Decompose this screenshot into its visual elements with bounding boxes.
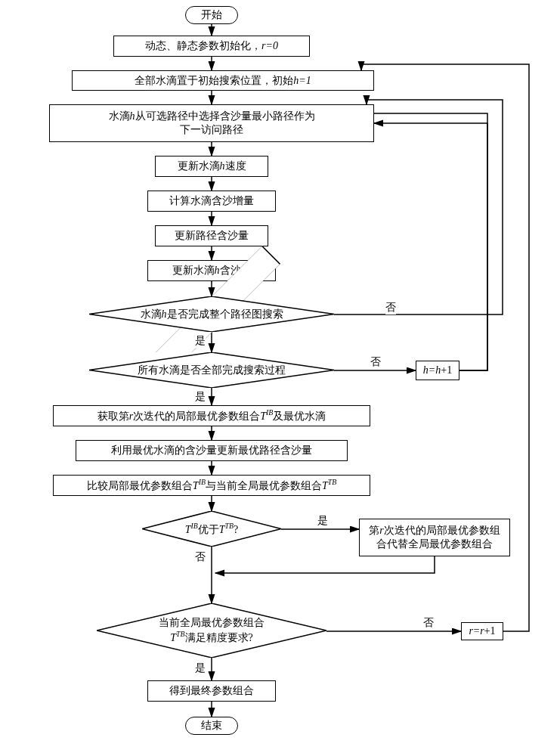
select-l3: 下一访问路径 <box>180 123 243 137</box>
d3-no: 否 <box>195 550 206 564</box>
d3-m: 优于 <box>198 523 219 534</box>
start-terminal: 开始 <box>185 6 238 24</box>
d2-no: 否 <box>370 355 381 369</box>
d3-tib: T <box>185 523 191 534</box>
cmp-tib: T <box>193 480 199 491</box>
d1-r: 是否完成整个路径图搜索 <box>167 308 283 320</box>
d1-yes: 是 <box>195 334 206 348</box>
cmp-tbsup: TB <box>328 478 336 486</box>
up-path-sand-text: 更新路径含沙量 <box>175 229 249 243</box>
decision-all-complete: 所有水滴是否全部完成搜索过程 <box>89 352 334 388</box>
rep-l3: 合代替全局最优参数组合 <box>376 538 493 551</box>
inc-r-l: r=r <box>469 625 484 637</box>
d4-no: 否 <box>423 616 434 630</box>
init-text: 动态、静态参数初始化， <box>145 40 261 51</box>
d2-label: 所有水滴是否全部完成搜索过程 <box>138 364 286 377</box>
place-box: 全部水滴置于初始搜索位置，初始h=1 <box>72 70 374 91</box>
start-label: 开始 <box>201 9 222 20</box>
gl-tib: T <box>260 411 266 422</box>
d3-ttb: T <box>219 523 225 534</box>
gl-m: 次迭代的局部最优参数组合 <box>133 411 260 422</box>
compare-box: 比较局部最优参数组合TIB与当前全局最优参数组合TTB <box>53 475 370 496</box>
gl-e: 及最优水滴 <box>273 411 326 422</box>
select-path-box: 水滴h从可选路径中选择含沙量最小路径作为 下一访问路径 <box>49 104 374 142</box>
update-best-path-box: 利用最优水滴的含沙量更新最优路径含沙量 <box>76 440 348 461</box>
d4-l2: 满足精度要求? <box>185 632 253 643</box>
d3-yes: 是 <box>317 514 328 528</box>
inc-h-r: +1 <box>441 364 452 376</box>
select-l1: 水滴 <box>109 110 130 122</box>
inc-h-l: h=h <box>423 364 441 376</box>
update-speed-box: 更新水滴h速度 <box>155 156 268 177</box>
inc-h-box: h=h+1 <box>416 361 459 380</box>
select-l2: 从可选路径中选择含沙量最小路径作为 <box>135 110 315 122</box>
upspd-r: 速度 <box>225 160 246 172</box>
final-box: 得到最终参数组合 <box>147 680 276 702</box>
place-text: 全部水滴置于初始搜索位置，初始 <box>135 75 293 86</box>
get-local-box: 获取第r次迭代的局部最优参数组合TIB及最优水滴 <box>53 405 370 426</box>
cmp-m: 与当前全局最优参数组合 <box>206 480 322 491</box>
cmp-l: 比较局部最优参数组合 <box>87 480 193 491</box>
upds-h: h <box>215 265 220 276</box>
d4-ttb: T <box>170 632 176 643</box>
d1-h: h <box>162 308 167 320</box>
place-h: h=1 <box>293 75 311 86</box>
d3-ibsup: IB <box>191 522 198 530</box>
calc-sand-box: 计算水滴含沙增量 <box>147 191 276 212</box>
decision-precision: 当前全局最优参数组合 TTB满足精度要求? <box>97 603 326 658</box>
d4-tbsup: TB <box>176 630 184 638</box>
rep-l2: 次迭代的局部最优参数组 <box>384 525 500 536</box>
cmp-ttb: T <box>322 480 328 491</box>
gl-l: 获取第 <box>97 411 129 422</box>
upspd-h: h <box>220 160 225 172</box>
cmp-ibsup: IB <box>199 478 206 486</box>
inc-r-r: +1 <box>484 625 496 637</box>
replace-box: 第r次迭代的局部最优参数组 合代替全局最优参数组合 <box>359 519 510 556</box>
upspd-l: 更新水滴 <box>178 160 220 172</box>
upds-l: 更新水滴 <box>172 265 215 276</box>
init-box: 动态、静态参数初始化，r=0 <box>113 36 310 57</box>
update-path-sand-box: 更新路径含沙量 <box>155 225 268 246</box>
d1-no: 否 <box>385 301 396 314</box>
ubp-text: 利用最优水滴的含沙量更新最优路径含沙量 <box>111 444 312 457</box>
decision-path-complete: 水滴h是否完成整个路径图搜索 <box>89 296 334 332</box>
d1-l: 水滴 <box>141 308 162 320</box>
end-label: 结束 <box>201 720 222 731</box>
inc-r-box: r=r+1 <box>461 622 503 640</box>
init-r: r=0 <box>261 40 278 51</box>
d3-q: ? <box>234 523 238 534</box>
gl-ibsup: IB <box>266 408 273 417</box>
d4-l1: 当前全局最优参数组合 <box>136 616 287 630</box>
d3-tbsup: TB <box>225 522 234 530</box>
rep-l1: 第 <box>369 525 379 536</box>
d2-yes: 是 <box>195 390 206 404</box>
decision-better: TIB优于TTB? <box>142 511 281 547</box>
d4-yes: 是 <box>195 662 206 675</box>
select-h: h <box>130 110 135 122</box>
end-terminal: 结束 <box>185 717 238 735</box>
calc-sand-text: 计算水滴含沙增量 <box>169 194 254 208</box>
final-text: 得到最终参数组合 <box>169 684 254 698</box>
